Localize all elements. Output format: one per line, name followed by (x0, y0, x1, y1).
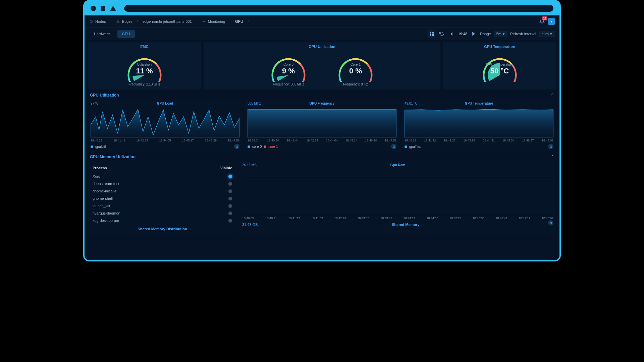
chart-settings-button[interactable]: ⚙ (391, 144, 396, 149)
chart-area (91, 107, 239, 137)
step-forward-button[interactable] (470, 30, 477, 38)
chart-legend: gpuUtil (91, 143, 239, 150)
process-name: xdg-desktop-por (93, 219, 119, 223)
svg-point-0 (90, 20, 93, 23)
svg-rect-5 (432, 34, 434, 36)
tab-gpu[interactable]: GPU (117, 30, 135, 38)
breadcrumb-label: edge-namla-jetson6-paris-001 (143, 19, 192, 23)
process-row: Xorg (93, 173, 232, 180)
visibility-toggle[interactable] (228, 197, 232, 200)
legend-label: core-1 (268, 145, 278, 148)
breadcrumb-label: GPU (235, 19, 243, 23)
process-name: nvargus-daemon (93, 211, 120, 215)
visibility-toggle[interactable] (228, 175, 232, 178)
gauge-label: GPU Temperature (476, 63, 523, 66)
section-title: GPU Memory Utilization (90, 155, 136, 159)
section-gpu-memory: GPU Memory Utilization ⌃ (88, 151, 556, 161)
gauge-emc: Utilization 11 % (121, 50, 168, 82)
current-time: 19:48 (458, 32, 468, 36)
gauge-title: GPU Utilization (309, 45, 335, 49)
breadcrumb-label: Nodes (95, 19, 106, 23)
edges-icon (116, 19, 120, 23)
svg-point-1 (203, 21, 204, 22)
process-rows: Xorgdeepstream-testgnome-initial-sgnome-… (93, 173, 232, 224)
chart-legend: gpuTmp (405, 143, 553, 150)
svg-rect-2 (430, 32, 431, 34)
tab-hardware[interactable]: Hardware (89, 30, 115, 38)
user-menu-button[interactable]: › (548, 18, 555, 25)
breadcrumb-separator: ⋮ (136, 20, 139, 23)
visibility-toggle[interactable] (228, 182, 232, 186)
process-name: gnome-initial-s (93, 189, 117, 193)
collapse-button[interactable]: ⌃ (551, 93, 554, 98)
refresh-button[interactable] (438, 30, 445, 38)
gauge-value: 11 % (121, 67, 168, 75)
browser-title-bar (85, 1, 559, 15)
content-area: EMC Utilization 11 % Frequency: 2.13 GHz… (85, 40, 559, 259)
refresh-interval-selector[interactable]: auto ▾ (539, 31, 555, 37)
process-row: gnome-shell (93, 195, 232, 202)
breadcrumb-separator: ⋮ (228, 20, 232, 23)
chevron-down-icon: ▾ (503, 32, 505, 36)
process-row: xdg-desktop-por (93, 217, 232, 224)
gauge-subtitle: Frequency: 2.13 GHz (128, 82, 160, 86)
chart-title: Shared Memory (392, 223, 420, 227)
visibility-toggle[interactable] (228, 204, 232, 208)
grid-view-button[interactable] (428, 30, 435, 38)
chart-peak: 97 % (91, 102, 98, 105)
chart-settings-button[interactable]: ⚙ (234, 144, 239, 149)
step-back-button[interactable] (448, 30, 455, 38)
range-selector[interactable]: 5m ▾ (494, 31, 507, 37)
breadcrumb-gpu[interactable]: GPU (235, 19, 243, 23)
chart-area (242, 168, 553, 215)
gauge-title: GPU Temperature (484, 45, 515, 49)
breadcrumb-label: Edges (122, 19, 132, 23)
legend-label: gpuUtil (95, 145, 106, 148)
memory-row: Process Visible Xorgdeepstream-testgnome… (88, 161, 556, 234)
chart-x-axis: 18:40:2918:41:4118:42:5318:44:0518:45:17… (91, 137, 239, 143)
process-name: gnome-shell (93, 196, 113, 200)
breadcrumb-monitoring[interactable]: Monitoring (202, 19, 225, 23)
chart-peak: 305 MHz (248, 102, 261, 105)
window-control-triangle[interactable] (110, 6, 116, 11)
visibility-toggle[interactable] (228, 189, 232, 193)
process-name: launch_vst (93, 204, 110, 208)
gauge-title: EMC (140, 45, 148, 49)
chart-settings-button[interactable]: ⚙ (548, 220, 553, 226)
chart-title: Gpu Ram (390, 163, 405, 167)
chart-settings-button[interactable]: ⚙ (548, 144, 553, 149)
breadcrumb-nodes[interactable]: Nodes (89, 19, 106, 23)
breadcrumb-label: Monitoring (208, 19, 225, 23)
col-process: Process (93, 166, 107, 170)
visibility-toggle[interactable] (228, 219, 232, 223)
svg-rect-4 (430, 34, 431, 36)
breadcrumb-device[interactable]: edge-namla-jetson6-paris-001 (143, 19, 192, 23)
nodes-icon (89, 19, 93, 23)
gauge-value: 9 % (265, 67, 312, 75)
svg-rect-3 (432, 32, 434, 34)
gauge-card-emc: EMC Utilization 11 % Frequency: 2.13 GHz (88, 42, 201, 89)
chevron-down-icon: ▾ (550, 32, 552, 36)
browser-url-bar[interactable] (124, 5, 553, 12)
gauge-label: Core 1 (332, 63, 379, 66)
grid-icon (430, 32, 434, 36)
chart-peak: 26.11 MB (242, 163, 257, 167)
process-row: nvargus-daemon (93, 209, 232, 217)
chart-x-axis: 18:39:2418:40:3418:41:4418:42:5418:44:04… (248, 137, 396, 143)
step-back-icon (450, 32, 454, 36)
chart-peak: 49.81 °C (405, 102, 418, 105)
collapse-button[interactable]: ⌃ (551, 155, 554, 159)
gauge-temperature: GPU Temperature 50 °C (476, 50, 523, 82)
gauge-row: EMC Utilization 11 % Frequency: 2.13 GHz… (88, 42, 556, 89)
gauge-core0: Core 0 9 % (265, 50, 312, 82)
visibility-toggle[interactable] (228, 212, 232, 215)
breadcrumb-separator: ⋮ (195, 20, 199, 23)
gear-icon: ⚙ (392, 145, 395, 148)
breadcrumb-edges[interactable]: Edges (116, 19, 132, 23)
chart-row-utilization: 97 %GPU Load 18:40:2918:41:4118:42:5318:… (88, 100, 556, 151)
notifications-button[interactable]: 13 (539, 18, 545, 24)
window-control-square[interactable] (101, 6, 105, 11)
process-row: launch_vst (93, 202, 232, 209)
process-table: Process Visible Xorgdeepstream-testgnome… (88, 161, 237, 234)
window-control-circle[interactable] (91, 6, 96, 11)
